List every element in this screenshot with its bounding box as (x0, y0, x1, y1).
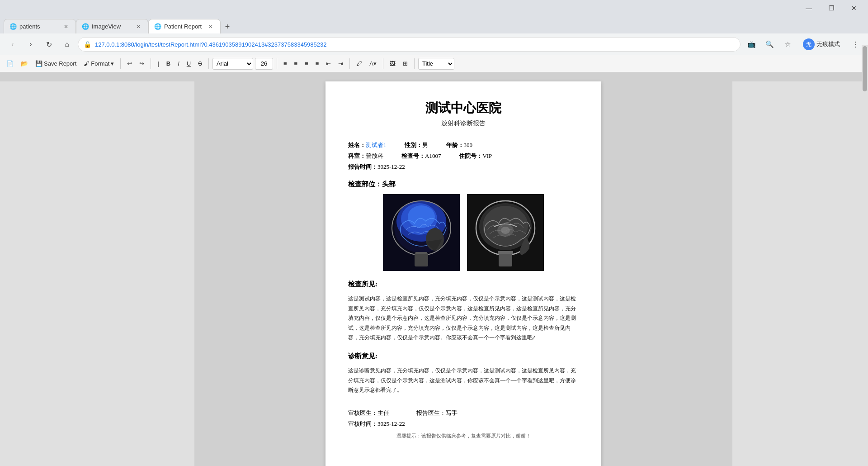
svg-rect-6 (415, 253, 428, 266)
admission-label: 住院号： (459, 152, 482, 159)
exam-id-value: A1007 (425, 152, 441, 159)
svg-point-14 (501, 227, 510, 234)
brain-image-gray (467, 194, 544, 271)
refresh-button[interactable]: ↻ (42, 37, 56, 52)
tab-imageview[interactable]: 🌐 ImageView ✕ (76, 19, 148, 33)
brain-image-blue (383, 194, 460, 271)
separator-3 (208, 58, 209, 69)
justify-button[interactable]: ≡ (313, 57, 322, 70)
save-report-button[interactable]: 💾 Save Report (33, 57, 79, 70)
svg-rect-7 (415, 252, 427, 254)
dept-field: 科室：普放科 (348, 152, 383, 160)
new-tab-button[interactable]: + (221, 20, 234, 33)
tab-patients[interactable]: 🌐 patients ✕ (4, 19, 76, 33)
lock-icon: 🔒 (84, 41, 91, 48)
align-right-button[interactable]: ≡ (302, 57, 311, 70)
cast-icon-button[interactable]: 📺 (744, 37, 759, 52)
patient-info: 姓名：测试者1 性别：男 年龄：300 科室：普放科 检查号：A1007 (348, 141, 579, 171)
back-button[interactable]: ‹ (5, 37, 20, 52)
footer-note: 温馨提示：该报告仅供临床参考，复查需要原片对比，谢谢！ (348, 433, 579, 439)
diagnosis-text: 这是诊断意见内容，充分填充内容，仅仅是个示意内容，这是测试内容，这是检查所见内容… (348, 366, 579, 395)
undo-button[interactable]: ↩ (124, 57, 135, 70)
underline-button[interactable]: U (184, 57, 193, 70)
exam-id-label: 检查号： (401, 152, 425, 159)
bold-button[interactable]: B (164, 57, 173, 70)
address-input-container[interactable]: 🔒 127.0.0.1:8080/login/test/testReport.h… (78, 37, 741, 52)
indent-less-button[interactable]: ⇤ (323, 57, 334, 70)
exam-id-field: 检查号：A1007 (401, 152, 441, 160)
font-size-input[interactable] (255, 58, 273, 70)
document-wrapper: 测试中心医院 放射科诊断报告 姓名：测试者1 性别：男 年龄：300 (194, 81, 732, 466)
align-center-button[interactable]: ≡ (292, 57, 301, 70)
scrollbar-thumb[interactable] (863, 46, 867, 91)
open-file-button[interactable]: 📂 (18, 57, 31, 70)
redo-button[interactable]: ↪ (137, 57, 147, 70)
profile-button[interactable]: 无 无痕模式 (798, 37, 844, 52)
insert-image-button[interactable]: 🖼 (387, 57, 398, 70)
review-time-field: 审核时间：3025-12-22 (348, 420, 405, 428)
age-label: 年龄： (446, 142, 464, 148)
style-select[interactable]: Title (418, 58, 454, 70)
toolbar-right: 📺 🔍 ☆ 无 无痕模式 ⋮ (744, 37, 863, 52)
new-file-button[interactable]: 📄 (4, 57, 16, 70)
svg-rect-16 (498, 251, 513, 254)
separator-5 (349, 58, 350, 69)
exam-body-part: 头部 (382, 181, 396, 188)
patients-tab-close[interactable]: ✕ (62, 23, 70, 31)
bookmark-icon-button[interactable]: ☆ (780, 37, 795, 52)
close-button[interactable]: ✕ (844, 1, 864, 15)
menu-icon-button[interactable]: ⋮ (848, 37, 863, 52)
strikethrough-button[interactable]: S (195, 57, 205, 70)
insert-table-button[interactable]: ⊞ (400, 57, 410, 70)
admission-value: VIP (482, 152, 492, 159)
review-time-value: 3025-12-22 (377, 420, 405, 427)
maximize-button[interactable]: ❐ (821, 1, 842, 15)
format-label: Format (91, 60, 109, 67)
zoom-icon-button[interactable]: 🔍 (762, 37, 777, 52)
italic-button[interactable]: I (175, 57, 182, 70)
indent-more-button[interactable]: ⇥ (335, 57, 346, 70)
gender-field: 性别：男 (405, 141, 428, 149)
findings-title: 检查所见: (348, 280, 579, 289)
review-time-label: 审核时间： (348, 420, 377, 427)
left-sidebar (0, 81, 194, 466)
minimize-button[interactable]: — (798, 1, 819, 15)
vertical-line-button[interactable]: | (155, 57, 161, 70)
report-type: 放射科诊断报告 (348, 119, 579, 128)
signature-section: 审核医生：主任 报告医生：写手 审核时间：3025-12-22 温馨提示：该报告… (348, 409, 579, 439)
format-button[interactable]: 🖌 Format ▾ (81, 57, 117, 70)
svg-rect-15 (499, 253, 512, 266)
home-button[interactable]: ⌂ (60, 37, 74, 52)
images-row (348, 194, 579, 271)
review-doctor-value: 主任 (377, 409, 389, 416)
patientreport-tab-close[interactable]: ✕ (207, 23, 215, 31)
gender-label: 性别： (405, 142, 422, 148)
report-doctor-value: 写手 (446, 409, 458, 416)
font-family-select[interactable]: Arial (212, 58, 253, 70)
tab-patientreport[interactable]: 🌐 Patient Report ✕ (148, 19, 221, 33)
scrollbar[interactable] (862, 45, 868, 407)
imageview-tab-icon: 🌐 (82, 23, 89, 30)
save-icon: 💾 (35, 60, 42, 67)
patients-tab-icon: 🌐 (9, 23, 17, 30)
text-color-button[interactable]: A▾ (367, 57, 379, 70)
imageview-tab-close[interactable]: ✕ (134, 23, 142, 31)
document: 测试中心医院 放射科诊断报告 姓名：测试者1 性别：男 年龄：300 (326, 81, 601, 466)
diagnosis-section: 诊断意见: 这是诊断意见内容，充分填充内容，仅仅是个示意内容，这是测试内容，这是… (348, 352, 579, 395)
review-doctor-label: 审核医生： (348, 409, 377, 416)
align-left-button[interactable]: ≡ (281, 57, 290, 70)
report-doctor-label: 报告医生： (416, 409, 446, 416)
highlight-button[interactable]: 🖊 (354, 57, 365, 70)
tabs-bar: 🌐 patients ✕ 🌐 ImageView ✕ 🌐 Patient Rep… (0, 16, 868, 33)
name-label: 姓名： (348, 142, 366, 148)
title-bar: — ❐ ✕ (0, 0, 868, 16)
window-controls: — ❐ ✕ (798, 1, 864, 15)
name-value: 测试者1 (366, 142, 387, 148)
dept-value: 普放科 (366, 152, 383, 159)
separator-1 (120, 58, 121, 69)
hospital-name: 测试中心医院 (348, 100, 579, 117)
right-sidebar (732, 81, 868, 466)
profile-label: 无痕模式 (816, 40, 840, 48)
forward-button[interactable]: › (24, 37, 38, 52)
editor-toolbar: 📄 📂 💾 Save Report 🖌 Format ▾ ↩ ↪ | B I U… (0, 55, 868, 72)
